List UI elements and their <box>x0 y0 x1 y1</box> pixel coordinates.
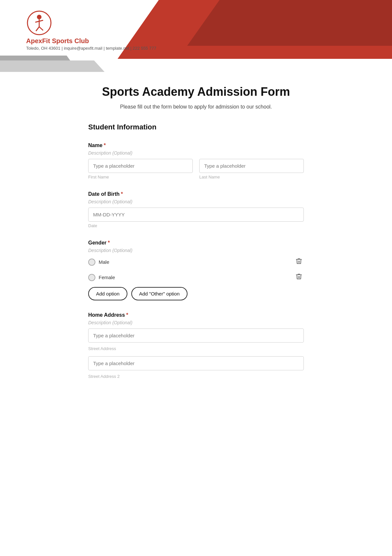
dob-input[interactable] <box>88 208 304 222</box>
gender-label: Gender* <box>88 240 304 246</box>
gender-field-group: Gender* Description (Optional) Male Fema… <box>88 240 304 300</box>
name-label: Name* <box>88 143 304 148</box>
dob-field-group: Date of Birth* Description (Optional) Da… <box>88 191 304 228</box>
logo-container: ApexFit Sports Club Toledo, OH 43601 | i… <box>26 10 366 51</box>
male-radio[interactable] <box>88 259 95 266</box>
form-subtitle: Please fill out the form below to apply … <box>88 104 304 110</box>
brand-name: ApexFit Sports Club <box>26 37 89 45</box>
add-other-option-button[interactable]: Add "Other" option <box>131 287 188 300</box>
first-name-input[interactable] <box>88 159 193 173</box>
street-sublabel: Street Address <box>88 346 304 351</box>
dob-sublabel: Date <box>88 223 304 228</box>
add-option-button[interactable]: Add option <box>88 287 127 300</box>
section-title: Student Information <box>88 123 304 133</box>
street-address2-input[interactable] <box>88 356 304 370</box>
male-delete-icon[interactable] <box>294 256 304 268</box>
dob-description: Description (Optional) <box>88 199 304 204</box>
name-row: First Name Last Name <box>88 159 304 179</box>
home-address-field-group: Home Address* Description (Optional) Str… <box>88 312 304 379</box>
gender-description: Description (Optional) <box>88 248 304 253</box>
first-name-sublabel: First Name <box>88 175 193 179</box>
male-label: Male <box>99 259 109 265</box>
brand-info: Toledo, OH 43601 | inquire@apexfit.mail … <box>26 46 156 51</box>
name-required-star: * <box>104 143 106 148</box>
svg-point-1 <box>37 15 41 19</box>
name-field-group: Name* Description (Optional) First Name … <box>88 143 304 179</box>
home-address-description: Description (Optional) <box>88 320 304 325</box>
street2-sublabel: Street Address 2 <box>88 374 304 379</box>
header: ApexFit Sports Club Toledo, OH 43601 | i… <box>0 0 392 72</box>
dob-label: Date of Birth* <box>88 191 304 197</box>
gender-option-female: Female <box>88 272 304 283</box>
last-name-sublabel: Last Name <box>199 175 304 179</box>
first-name-col: First Name <box>88 159 193 179</box>
gender-required-star: * <box>108 240 110 245</box>
female-label: Female <box>99 275 115 280</box>
gender-option-male: Male <box>88 256 304 268</box>
last-name-input[interactable] <box>199 159 304 173</box>
female-radio[interactable] <box>88 274 95 281</box>
header-lightgray-bg <box>0 60 105 72</box>
logo-icon <box>26 10 52 36</box>
form-title: Sports Academy Admission Form <box>88 85 304 99</box>
last-name-col: Last Name <box>199 159 304 179</box>
add-options-row: Add option Add "Other" option <box>88 287 304 300</box>
home-address-label: Home Address* <box>88 312 304 318</box>
name-description: Description (Optional) <box>88 150 304 156</box>
header-content: ApexFit Sports Club Toledo, OH 43601 | i… <box>0 0 392 60</box>
home-address-required-star: * <box>126 312 128 318</box>
dob-required-star: * <box>121 191 123 197</box>
street-address-input[interactable] <box>88 329 304 343</box>
main-content: Sports Academy Admission Form Please fil… <box>49 72 343 410</box>
female-delete-icon[interactable] <box>294 272 304 283</box>
